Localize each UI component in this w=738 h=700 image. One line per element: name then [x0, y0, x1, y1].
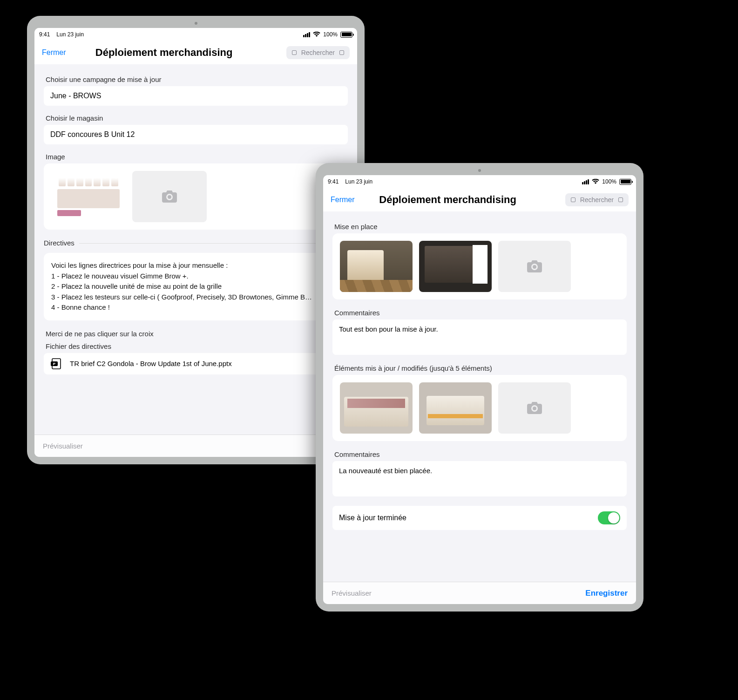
tablet-device-1: 9:41 Lun 23 juin 100% Fermer Déploiement… [27, 16, 365, 464]
camera-icon [527, 260, 542, 272]
search-field[interactable]: Rechercher [286, 46, 350, 59]
battery-icon [340, 32, 352, 38]
image-card [44, 163, 348, 230]
image-label: Image [44, 153, 348, 161]
updated-photo-2-thumb[interactable] [419, 382, 492, 434]
search-trailing-icon [339, 50, 344, 55]
setup-card [332, 233, 627, 299]
add-image-button[interactable] [132, 171, 207, 222]
directives-separator: Directives [44, 239, 348, 247]
search-placeholder: Rechercher [301, 49, 335, 56]
directives-file-row[interactable]: P TR brief C2 Gondola - Brow Update 1st … [44, 353, 348, 374]
directives-card: Voici les lignes directrices pour la mis… [44, 253, 348, 320]
directives-body: Voici les lignes directrices pour la mis… [51, 260, 340, 313]
setup-photo-2-thumb[interactable] [419, 241, 492, 292]
add-updated-photo-button[interactable] [498, 382, 571, 434]
directives-line: 4 - Bonne chance ! [51, 302, 340, 313]
search-indicator-icon [292, 50, 297, 55]
page-title: Déploiement merchandising [334, 194, 562, 206]
cellular-icon [303, 32, 310, 37]
setup-label: Mise en place [332, 223, 627, 231]
update-done-label: Mise à jour terminée [339, 514, 406, 522]
search-indicator-icon [571, 197, 576, 202]
campaign-label: Choisir une campagne de mise à jour [44, 75, 348, 83]
content-1: Choisir une campagne de mise à jour June… [34, 64, 357, 435]
comments-label-2: Commentaires [332, 450, 627, 458]
camera-dot [478, 169, 481, 172]
comment-textarea-2[interactable]: La nouveauté est bien placée. [332, 461, 627, 496]
svg-text:P: P [53, 362, 56, 366]
comments-label-1: Commentaires [332, 309, 627, 317]
file-name: TR brief C2 Gondola - Brow Update 1st of… [70, 360, 232, 367]
store-select[interactable]: DDF concoures B Unit 12 [44, 125, 348, 144]
camera-dot [195, 22, 197, 25]
preview-button-disabled: Prévisualiser [43, 442, 83, 450]
directives-intro: Voici les lignes directrices pour la mis… [51, 260, 340, 271]
comment-textarea-1[interactable]: Tout est bon pour la mise à jour. [332, 319, 627, 355]
tablet-device-2: 9:41 Lun 23 juin 100% Fermer Déploiement… [316, 163, 643, 612]
footer-bar: Prévisualiser Enregistrer [323, 582, 636, 604]
directives-label: Directives [44, 239, 79, 247]
wifi-icon [313, 32, 320, 37]
page-title: Déploiement merchandising [46, 47, 283, 59]
status-time: 9:41 [39, 31, 50, 38]
content-2: Mise en place Commentaires Tout est bon … [323, 211, 636, 582]
battery-percent: 100% [602, 178, 616, 185]
directives-line: 3 - Placez les testeurs sur celle-ci ( G… [51, 292, 340, 303]
preview-button-disabled: Prévisualiser [332, 589, 372, 597]
camera-icon [162, 190, 177, 203]
battery-percent: 100% [323, 31, 338, 38]
save-button[interactable]: Enregistrer [585, 589, 628, 598]
directives-line: 1 - Placez le nouveau visuel Gimme Brow … [51, 271, 340, 282]
update-done-toggle[interactable] [598, 511, 620, 524]
camera-icon [527, 402, 542, 414]
search-field[interactable]: Rechercher [565, 193, 629, 206]
battery-icon [619, 179, 631, 185]
pptx-file-icon: P [50, 358, 62, 370]
add-setup-photo-button[interactable] [498, 241, 571, 292]
wifi-icon [592, 179, 599, 184]
search-trailing-icon [618, 197, 623, 202]
status-time: 9:41 [328, 178, 339, 185]
screen-2: 9:41 Lun 23 juin 100% Fermer Déploiement… [323, 175, 636, 604]
directives-line: 2 - Placez la nouvelle unité de mise au … [51, 281, 340, 292]
updated-label: Éléments mis à jour / modifiés (jusqu'à … [332, 364, 627, 372]
updated-photo-1-thumb[interactable] [340, 382, 413, 434]
footer-bar: Prévisualiser [34, 435, 357, 457]
status-date: Lun 23 juin [56, 31, 84, 38]
store-label: Choisir le magasin [44, 114, 348, 122]
updated-card [332, 375, 627, 441]
file-label: Fichier des directives [44, 342, 348, 350]
reference-image-thumb[interactable] [51, 171, 126, 222]
dont-click-note: Merci de ne pas cliquer sur la croix [44, 330, 348, 338]
status-bar: 9:41 Lun 23 juin 100% [323, 175, 636, 188]
screen-1: 9:41 Lun 23 juin 100% Fermer Déploiement… [34, 28, 357, 457]
update-done-row: Mise à jour terminée [332, 506, 627, 530]
search-placeholder: Rechercher [580, 196, 614, 204]
status-date: Lun 23 juin [345, 178, 372, 185]
setup-photo-1-thumb[interactable] [340, 241, 413, 292]
nav-bar: Fermer Déploiement merchandising Recherc… [34, 41, 357, 64]
nav-bar: Fermer Déploiement merchandising Recherc… [323, 188, 636, 211]
campaign-select[interactable]: June - BROWS [44, 86, 348, 106]
status-bar: 9:41 Lun 23 juin 100% [34, 28, 357, 41]
cellular-icon [582, 179, 589, 184]
